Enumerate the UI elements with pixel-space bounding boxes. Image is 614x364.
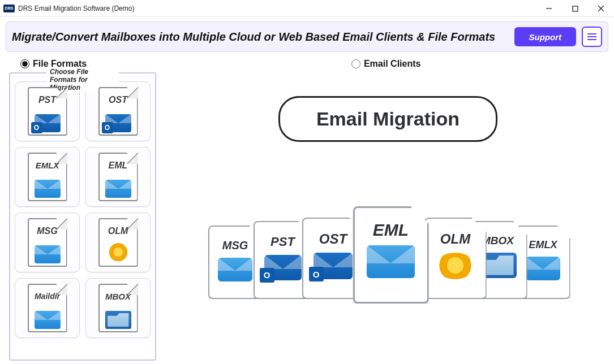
carousel-label: MSG [222,239,248,252]
format-carousel: MSG PST O OST O EML OLM MBOX [201,193,575,306]
window-title: DRS Email Migration Software (Demo) [18,5,134,12]
support-button[interactable]: Support [514,27,577,46]
radio-email-clients-label: Email Clients [364,59,420,69]
file-icon: OLM [98,218,138,267]
format-tile-maildir[interactable]: Maildir [15,278,80,338]
carousel-card-eml: EML [353,206,429,304]
format-tile-emlx[interactable]: EMLX [15,147,80,207]
outlook-envelope-icon: O [35,114,61,132]
mbox-folder-icon [105,311,131,329]
file-icon: Maildir [28,284,67,332]
carousel-card-olm: OLM [424,218,487,299]
format-tile-olm[interactable]: OLM [85,213,151,272]
email-migration-banner: Email Migration [278,96,497,142]
format-label: OST [98,95,138,105]
file-icon: OST O [98,87,138,136]
envelope-icon [105,180,131,198]
app-logo: DRS [3,5,15,12]
envelope-icon [35,311,61,329]
carousel-label: PST [270,235,295,249]
svg-rect-1 [573,6,578,11]
olm-ring-icon [436,253,475,279]
header-bar: Migrate/Convert Mailboxes into Multiple … [6,21,608,52]
close-button[interactable] [588,0,614,17]
menu-button[interactable] [582,27,602,47]
carousel-label: OLM [440,231,470,247]
minimize-button[interactable] [536,0,562,17]
hero-pane: Email Migration MSG PST O OST O EML OLM [168,72,608,361]
header-title: Migrate/Convert Mailboxes into Multiple … [12,31,514,44]
envelope-icon [35,180,61,198]
format-label: MBOX [98,292,138,301]
outlook-envelope-icon: O [264,255,302,280]
format-label: Maildir [28,292,67,301]
format-label: PST [28,95,67,105]
titlebar: DRS DRS Email Migration Software (Demo) [0,0,614,17]
carousel-label: EML [373,220,409,240]
radio-file-formats-input[interactable] [20,59,29,68]
outlook-envelope-icon: O [105,114,131,132]
hamburger-icon [587,33,596,34]
file-icon: PST O [28,87,67,136]
envelope-icon [367,245,414,278]
file-icon: EML [98,153,138,201]
maximize-button[interactable] [562,0,588,17]
file-icon: MSG [28,218,67,267]
radio-email-clients-input[interactable] [351,59,360,68]
file-icon: EMLX [28,153,67,201]
formats-panel: Choose File Formats for Migration PST O … [9,72,156,361]
format-tile-msg[interactable]: MSG [15,213,80,272]
formats-grid: PST O OST O EMLX [15,81,151,338]
format-label: EML [98,161,138,171]
radio-email-clients[interactable]: Email Clients [351,59,420,69]
outlook-envelope-icon: O [314,253,353,279]
format-label: MSG [28,226,67,236]
file-icon: MBOX [98,284,138,332]
envelope-icon [35,245,61,263]
carousel-label: EMLX [529,239,557,251]
carousel-label: MBOX [482,235,514,247]
envelope-icon [526,257,560,280]
envelope-icon [218,258,252,281]
carousel-label: OST [319,231,347,247]
format-label: EMLX [28,161,67,170]
format-label: OLM [98,226,138,236]
format-tile-eml[interactable]: EML [85,147,151,207]
olm-ring-icon [108,243,128,263]
format-tile-mbox[interactable]: MBOX [85,278,151,338]
